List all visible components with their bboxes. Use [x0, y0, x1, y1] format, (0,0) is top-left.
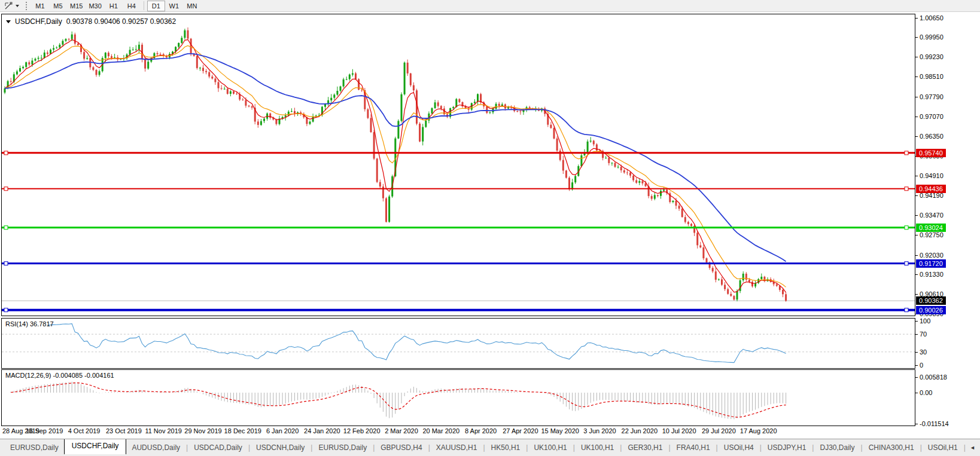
price-tick-mark: [915, 274, 918, 275]
price-tick-label: 0.92030: [920, 252, 944, 259]
tab-fra40-h1[interactable]: FRA40,H1: [671, 441, 716, 454]
tab-audusd-daily[interactable]: AUDUSD,Daily: [126, 441, 185, 454]
tab-usoil-h4[interactable]: USOil,H4: [719, 441, 759, 454]
tab-china300-h1[interactable]: CHINA300,H1: [863, 441, 920, 454]
price-tick-label: 0.97070: [920, 113, 944, 121]
timeframe-button-mn[interactable]: MN: [183, 1, 201, 11]
hline-price-label: 0.95740: [916, 149, 946, 157]
top-toolbar: M1M5M15M30H1H4D1W1MN: [0, 0, 980, 12]
hline-price-label: 0.90026: [916, 306, 946, 314]
tab-usdcad-daily[interactable]: USDCAD,Daily: [188, 441, 248, 454]
price-tick-mark: [915, 255, 918, 256]
price-tick-label: 0.99230: [920, 53, 944, 61]
rsi-pane: RSI(14) 36.7817: [1, 318, 915, 369]
rsi-tick-mark: [915, 334, 918, 335]
macd-tick-label: 0.005818: [920, 374, 947, 381]
rsi-tick-label: 70: [920, 330, 927, 338]
price-tick-mark: [915, 176, 918, 176]
rsi-tick-label: 0: [920, 362, 923, 369]
macd-pane: MACD(12,26,9) -0.004085 -0.004161: [1, 369, 915, 426]
rsi-tick-label: 100: [920, 317, 930, 325]
price-tick-mark: [915, 37, 918, 38]
toolbar-grip[interactable]: [26, 2, 27, 10]
timeframe-toolbar: M1M5M15M30H1H4D1W1MN: [31, 0, 201, 11]
timeframe-button-d1[interactable]: D1: [147, 1, 165, 11]
price-tick-label: 0.91330: [920, 271, 944, 279]
price-tick-mark: [915, 57, 918, 57]
price-tick-mark: [915, 76, 918, 77]
price-tick-mark: [915, 136, 918, 137]
hline-price-label: 0.94436: [916, 185, 946, 193]
rsi-tick-label: 30: [920, 348, 927, 356]
macd-tick-mark: [915, 424, 918, 424]
hline-price-label: 0.91720: [916, 259, 946, 268]
price-tick-label: 0.96350: [920, 133, 944, 140]
tab-dj30-daily[interactable]: DJ30,Daily: [814, 441, 860, 454]
price-tick-label: 0.94190: [920, 192, 944, 200]
price-chart-canvas[interactable]: [2, 14, 915, 316]
price-tick-mark: [915, 294, 918, 295]
timeframe-button-m1[interactable]: M1: [31, 1, 49, 11]
price-tick-mark: [915, 97, 918, 97]
price-tick-mark: [915, 18, 918, 19]
price-tick-label: 1.00650: [920, 14, 944, 22]
tab-ger30-h1[interactable]: GER30,H1: [622, 441, 668, 454]
tab-uk100-h1[interactable]: UK100,H1: [528, 441, 572, 454]
tab-scroll-arrows: ◄►: [970, 445, 980, 451]
price-tick-mark: [915, 215, 918, 216]
tab-separator: |: [963, 443, 966, 452]
tab-eurusd-daily[interactable]: EURUSD,Daily: [5, 441, 64, 454]
toolbar-separator: [144, 1, 144, 10]
timeframe-button-m30[interactable]: M30: [86, 1, 104, 11]
date-label: 17 Aug 2020: [735, 427, 783, 434]
price-tick-label: 0.98510: [920, 73, 944, 81]
tab-scroll-left-icon[interactable]: ◄: [970, 445, 975, 451]
line-tool-button[interactable]: [0, 0, 22, 11]
macd-tick-mark: [915, 393, 918, 393]
macd-tick-mark: [915, 377, 918, 378]
chart-tab-bar: EURUSD,DailyUSDCHF,DailyAUDUSD,Daily|USD…: [0, 439, 980, 456]
price-tick-mark: [915, 117, 918, 117]
crosshair-tool-icon: [2, 1, 14, 11]
price-tick-mark: [915, 235, 918, 235]
timeframe-button-m5[interactable]: M5: [49, 1, 67, 11]
rsi-tick-mark: [915, 365, 918, 366]
price-pane: USDCHF,Daily 0.90378 0.90406 0.90257 0.9…: [1, 14, 915, 316]
price-tick-label: 0.92750: [920, 231, 944, 239]
tab-eurusd-daily[interactable]: EURUSD,Daily: [313, 441, 372, 454]
tool-dropdown-caret[interactable]: [16, 5, 19, 7]
macd-canvas[interactable]: [2, 370, 915, 426]
rsi-tick-mark: [915, 352, 918, 353]
tab-uk100-h1[interactable]: UK100,H1: [576, 441, 619, 454]
price-tick-label: 0.94910: [920, 172, 944, 180]
timeframe-button-h4[interactable]: H4: [123, 1, 141, 11]
timeframe-button-w1[interactable]: W1: [165, 1, 183, 11]
hline-price-label: 0.93024: [916, 224, 946, 232]
price-tick-label: 0.97790: [920, 93, 944, 101]
price-tick-label: 0.99950: [920, 33, 944, 41]
mt4-window: M1M5M15M30H1H4D1W1MN USDCHF,Daily 0.9037…: [0, 0, 980, 456]
macd-tick-label: -0.011514: [920, 420, 949, 428]
rsi-tick-mark: [915, 321, 918, 322]
rsi-canvas[interactable]: [2, 319, 915, 368]
price-tick-mark: [915, 195, 918, 196]
tab-xauusd-h1[interactable]: XAUUSD,H1: [431, 441, 483, 454]
timeframe-button-h1[interactable]: H1: [105, 1, 123, 11]
tab-gbpusd-h4[interactable]: GBPUSD,H4: [375, 441, 427, 454]
tab-hk50-h1[interactable]: HK50,H1: [486, 441, 526, 454]
tab-usdcnh-daily[interactable]: USDCNH,Daily: [251, 441, 310, 454]
price-tick-label: 0.93470: [920, 212, 944, 219]
tab-usdjpy-h1[interactable]: USDJPY,H1: [762, 441, 811, 454]
tab-usoil-h1[interactable]: USOil,H1: [923, 441, 963, 454]
macd-tick-label: 0.00: [920, 389, 932, 397]
current-price-label: 0.90362: [916, 296, 946, 305]
tab-usdchf-daily[interactable]: USDCHF,Daily: [64, 439, 127, 454]
timeframe-button-m15[interactable]: M15: [67, 1, 86, 11]
